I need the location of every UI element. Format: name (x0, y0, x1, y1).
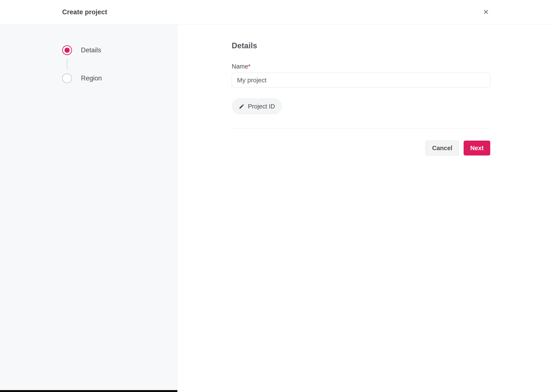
pencil-icon (239, 104, 245, 109)
main-panel: Details Name* Project ID (177, 25, 552, 392)
close-icon (483, 9, 489, 15)
stepper-sidebar: Details Region (0, 25, 177, 392)
stepper-connector-line (67, 59, 67, 70)
name-field-label: Name (232, 63, 248, 70)
section-heading: Details (232, 41, 490, 50)
next-button[interactable]: Next (464, 140, 490, 155)
dialog-title: Create project (62, 8, 107, 16)
bottom-page-edge-strip (0, 390, 177, 392)
project-id-button-label: Project ID (248, 103, 275, 110)
stepper-item-region[interactable]: Region (62, 73, 177, 83)
project-name-input[interactable] (232, 73, 490, 87)
step-label: Details (81, 46, 101, 54)
cancel-button[interactable]: Cancel (426, 140, 459, 155)
dialog-header: Create project (0, 0, 552, 24)
step-radio-active-icon (62, 45, 72, 55)
close-button[interactable] (480, 6, 492, 18)
step-label: Region (81, 74, 102, 82)
stepper-item-details[interactable]: Details (62, 45, 177, 55)
step-radio-dot (65, 48, 70, 53)
create-project-dialog: Create project Details (0, 0, 552, 392)
step-radio-inactive-icon (62, 73, 72, 83)
required-asterisk: * (248, 63, 250, 70)
name-field-label-row: Name* (232, 63, 490, 70)
project-id-button[interactable]: Project ID (232, 98, 282, 114)
form-divider (232, 128, 490, 128)
wizard-stepper: Details Region (62, 45, 177, 83)
footer-actions: Cancel Next (232, 140, 490, 155)
